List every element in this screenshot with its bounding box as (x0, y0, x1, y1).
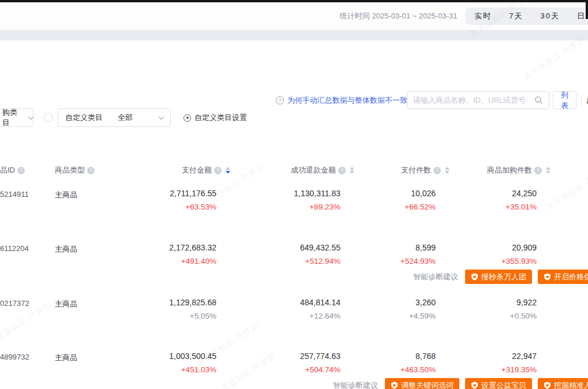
col-label: 商品类型 (55, 165, 85, 175)
table-row[interactable]: 5214911 主商品 2,711,176.55+63.53% 1,130,31… (0, 177, 588, 231)
view-switcher: 列表 趋 (553, 91, 588, 109)
col-label: 支付金额 (182, 165, 212, 175)
product-type: 主商品 (55, 243, 98, 265)
action-label: 开启价格保 (554, 272, 588, 282)
info-icon[interactable]: ? (87, 167, 95, 174)
table-row[interactable]: 0217372 主商品 1,129,825.68+5.05% 484,814.1… (0, 286, 588, 340)
col-header-pay-count[interactable]: 支付件数 ? (340, 163, 450, 177)
pay-amount: 1,003,500.45 (98, 351, 216, 361)
range-day[interactable]: 日 (577, 11, 586, 21)
product-id: 0217372 (0, 298, 55, 320)
table-row[interactable]: 6112204 主商品 2,172,683.32+491.40% 649,432… (0, 231, 588, 286)
product-rank-table: 品ID ? 商品类型 ? 支付金额 ? 成功退款金额 ? 支付件数 ? (0, 163, 588, 389)
section-separator (0, 30, 588, 40)
product-type: 主商品 (55, 298, 98, 320)
col-header-product-type[interactable]: 商品类型 ? (55, 163, 98, 177)
table-header-row: 品ID ? 商品类型 ? 支付金额 ? 成功退款金额 ? 支付件数 ? (0, 163, 588, 177)
pay-amount-delta: +5.05% (98, 312, 216, 320)
window-edge-strip (586, 0, 588, 19)
pay-count-delta: +66.52% (340, 203, 436, 211)
shield-icon (471, 273, 478, 280)
custom-category-settings-label: 自定义类目设置 (194, 113, 247, 123)
diagnosis-row: 智能诊断建议 报秒杀万人团 开启价格保 (0, 270, 588, 284)
col-label: 支付件数 (401, 165, 431, 175)
info-icon[interactable]: ? (534, 167, 542, 174)
custom-category-settings-link[interactable]: 自定义类目设置 (183, 113, 247, 123)
refund-delta: +89.23% (216, 203, 340, 211)
table-toolbar: ? 为何手动汇总数据与整体数据不一致 列表 趋 (0, 40, 588, 81)
search-icon[interactable] (534, 96, 543, 104)
col-header-product-id[interactable]: 品ID ? (0, 163, 55, 177)
pay-count: 3,260 (340, 298, 436, 307)
help-link-label: 为何手动汇总数据与整体数据不一致 (287, 95, 407, 106)
action-price-protect-button[interactable]: 开启价格保 (538, 270, 588, 284)
chevron-down-icon (28, 114, 34, 119)
range-realtime[interactable]: 实时 (474, 11, 492, 21)
filter-row: 购类目 自定义类目 全部 自定义类目设置 (0, 109, 588, 128)
col-label: 品ID (0, 165, 15, 175)
category-select[interactable]: 购类目 (0, 109, 33, 127)
action-keyword-button[interactable]: 调整关键词选词 (385, 378, 459, 389)
cart-count: 20,909 (436, 243, 537, 252)
refund-amount: 1,130,311.83 (216, 189, 340, 198)
range-30d[interactable]: 30天 (541, 11, 560, 21)
pay-amount: 2,711,176.55 (98, 189, 216, 198)
custom-category-label: 自定义类目 (65, 113, 103, 123)
product-id: 6112204 (0, 243, 55, 265)
col-label: 成功退款金额 (291, 165, 336, 175)
custom-category-select[interactable]: 自定义类目 全部 (58, 109, 171, 127)
cart-count: 22,947 (436, 351, 537, 361)
sort-control[interactable] (546, 167, 550, 174)
pay-amount: 2,172,683.32 (98, 243, 216, 252)
col-header-pay-amount[interactable]: 支付金额 ? (98, 163, 230, 177)
product-type: 主商品 (55, 189, 98, 211)
action-charity-button[interactable]: 设置公益宝贝 (465, 378, 532, 389)
product-search-box (407, 91, 549, 109)
refund-delta: +12.64% (216, 312, 340, 320)
cart-count: 9,922 (436, 298, 537, 307)
action-label: 挖掘精准人 (554, 380, 588, 389)
diagnosis-row: 智能诊断建议 调整关键词选词 设置公益宝贝 (0, 378, 588, 389)
refund-delta: +504.74% (216, 365, 340, 374)
custom-category-value: 全部 (118, 113, 133, 123)
diagnosis-label: 智能诊断建议 (413, 272, 458, 282)
cart-delta: +35.01% (436, 203, 537, 211)
pay-count: 8,599 (340, 243, 436, 252)
pay-count: 10,026 (340, 189, 436, 198)
info-icon[interactable]: ? (17, 167, 25, 174)
question-circle-icon: ? (276, 96, 284, 104)
shield-icon (544, 381, 551, 389)
table-row[interactable]: 4899732 主商品 1,003,500.45+451.03% 257,774… (0, 340, 588, 389)
chevron-down-icon (159, 114, 164, 119)
product-id: 4899732 (0, 351, 55, 374)
search-input[interactable] (413, 96, 534, 104)
shield-icon (471, 381, 478, 389)
pay-amount-delta: +63.53% (98, 203, 216, 211)
data-consistency-help-link[interactable]: ? 为何手动汇总数据与整体数据不一致 (276, 95, 407, 106)
diagnosis-label: 智能诊断建议 (333, 380, 378, 389)
col-header-cart-count[interactable]: 商品加购件数 ? (436, 163, 550, 177)
refund-amount: 484,814.14 (216, 298, 340, 307)
settings-dot-icon (183, 114, 191, 122)
dashboard-page: 统计时间 2025-03-01 ~ 2025-03-31 实时 7天 30天 日… (0, 0, 588, 389)
product-id: 5214911 (0, 189, 55, 211)
custom-category-radio[interactable] (44, 113, 53, 122)
category-select-label: 购类目 (2, 107, 23, 128)
pay-amount-delta: +491.40% (98, 257, 216, 265)
date-range-switcher: 实时 7天 30天 日 (465, 8, 588, 25)
view-list-button[interactable]: 列表 (553, 91, 576, 109)
header-strip: 统计时间 2025-03-01 ~ 2025-03-31 实时 7天 30天 日 (0, 2, 588, 30)
action-audience-button[interactable]: 挖掘精准人 (538, 378, 588, 389)
shield-icon (544, 273, 551, 280)
pay-amount: 1,129,825.68 (98, 298, 216, 307)
pay-count: 8,768 (340, 351, 436, 361)
view-divider (581, 96, 582, 105)
refund-delta: +512.94% (216, 257, 340, 265)
action-flash-sale-button[interactable]: 报秒杀万人团 (465, 270, 532, 284)
cart-delta: +0.50% (436, 312, 537, 320)
stat-time-label: 统计时间 2025-03-01 ~ 2025-03-31 (340, 11, 457, 21)
cart-delta: +355.93% (436, 257, 537, 265)
col-header-refund-amount[interactable]: 成功退款金额 ? (216, 163, 354, 177)
range-7d[interactable]: 7天 (509, 11, 523, 21)
pay-amount-delta: +451.03% (98, 365, 216, 374)
